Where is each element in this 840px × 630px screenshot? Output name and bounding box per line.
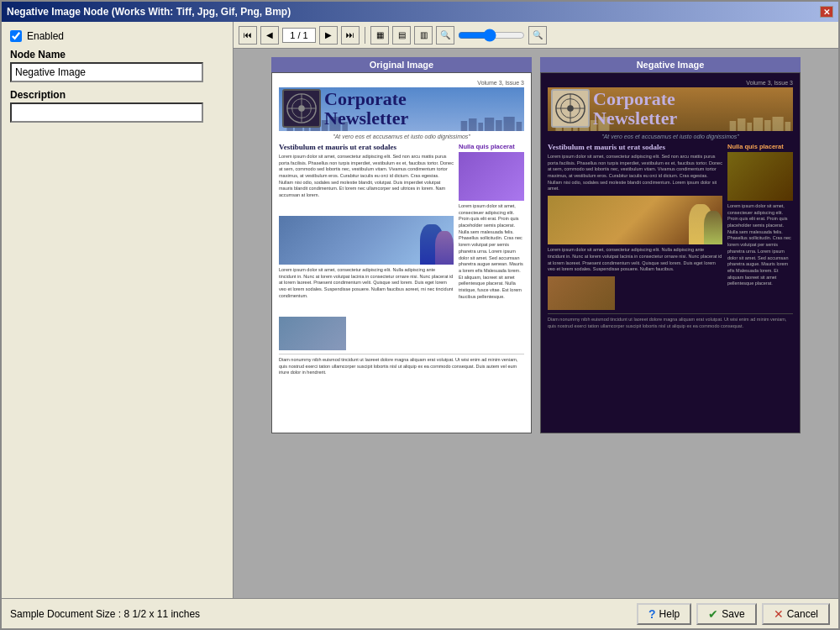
save-button[interactable]: ✔ Save [696, 603, 756, 625]
right-panel: ⏮ ◀ 1 / 1 ▶ ⏭ ▦ ▤ ▥ 🔍 🔍 Original Image [233, 22, 838, 598]
description-label: Description [10, 89, 224, 101]
nl-body-text-orig-2: Lorem ipsum dolor sit amet, consectetur … [279, 267, 454, 313]
status-bar: Sample Document Size : 8 1/2 x 11 inches… [2, 598, 838, 628]
svg-rect-10 [485, 118, 494, 131]
svg-rect-30 [773, 117, 784, 131]
last-page-button[interactable]: ⏭ [341, 26, 360, 45]
main-window: Negative Image Node (Works With: Tiff, J… [0, 0, 840, 630]
nl-side-text-neg: Lorem ipsum dolor sit amet, consecteuer … [727, 203, 793, 287]
node-name-label: Node Name [10, 49, 224, 60]
svg-rect-9 [478, 123, 483, 131]
left-panel: Enabled Node Name Description [2, 22, 233, 598]
nl-side-headline-neg: Nulla quis placerat [727, 143, 793, 150]
title-bar: Negative Image Node (Works With: Tiff, J… [2, 2, 838, 22]
close-button[interactable]: ✕ [820, 6, 833, 18]
svg-rect-8 [469, 118, 476, 131]
nl-body-text-orig-1: Lorem ipsum dolor sit amet, consectetur … [279, 154, 454, 213]
cancel-icon: ✕ [774, 607, 784, 621]
description-input[interactable] [10, 102, 203, 123]
preview-toolbar: ⏮ ◀ 1 / 1 ▶ ⏭ ▦ ▤ ▥ 🔍 🔍 [234, 22, 838, 49]
nl-main-orig: Vestibulum et mauris ut erat sodales Lor… [279, 143, 454, 350]
nl-issue-neg: Volume 3, Issue 3 [548, 80, 793, 86]
help-button[interactable]: ? Help [637, 603, 691, 625]
nl-body-text-neg-1: Lorem ipsum dolor sit amet, consectetur … [548, 154, 722, 192]
toolbar-separator-1 [365, 27, 365, 44]
svg-point-18 [298, 105, 305, 112]
first-page-button[interactable]: ⏮ [239, 26, 257, 45]
nl-headline-orig: Vestibulum et mauris ut erat sodales [279, 143, 454, 151]
nl-body-orig: Vestibulum et mauris ut erat sodales Lor… [279, 143, 524, 350]
prev-page-button[interactable]: ◀ [260, 26, 279, 45]
content-area: Enabled Node Name Description ⏮ ◀ 1 / 1 … [2, 22, 838, 598]
zoom-in-btn[interactable]: 🔍 [528, 26, 547, 45]
nl-subtitle-neg: "At vero eos et accusamus et iusto odio … [548, 134, 793, 139]
zoom-slider[interactable] [458, 29, 525, 41]
svg-rect-13 [517, 122, 522, 131]
negative-newsletter: Volume 3, Issue 3 [541, 73, 800, 433]
save-icon: ✔ [708, 607, 718, 621]
original-panel: Original Image Volume 3, Issue 3 [271, 57, 532, 590]
nl-main-neg: Vestibulum et mauris ut erat sodales Lor… [548, 143, 722, 310]
original-newsletter: Volume 3, Issue 3 [272, 73, 531, 433]
status-text: Sample Document Size : 8 1/2 x 11 inches [10, 608, 200, 620]
nl-subtitle-orig: "At vero eos et accusamus et iusto odio … [279, 134, 524, 139]
next-page-button[interactable]: ▶ [319, 26, 338, 45]
negative-panel-label: Negative Image [540, 57, 801, 72]
enabled-label: Enabled [27, 30, 64, 42]
enabled-checkbox[interactable] [10, 30, 22, 42]
nl-headline-neg: Vestibulum et mauris ut erat sodales [548, 143, 722, 151]
svg-point-36 [567, 105, 574, 112]
save-label: Save [722, 608, 744, 620]
nl-issue-orig: Volume 3, Issue 3 [279, 80, 524, 86]
svg-rect-28 [753, 118, 763, 131]
nl-side-orig: Nulla quis placerat Lorem ipsum dolor si… [459, 143, 524, 350]
negative-panel: Negative Image Volume 3, Issue 3 [540, 57, 801, 590]
enabled-row: Enabled [10, 30, 224, 42]
node-name-group: Node Name [10, 49, 224, 82]
svg-rect-11 [496, 120, 502, 131]
svg-rect-12 [504, 117, 515, 131]
page-display: 1 / 1 [282, 28, 316, 43]
original-page: Volume 3, Issue 3 [271, 72, 532, 433]
svg-rect-7 [461, 121, 468, 131]
nl-footer-orig: Diam nonummy nibh euismod tincidunt ut l… [279, 354, 524, 377]
svg-rect-25 [730, 121, 737, 131]
svg-rect-26 [738, 118, 745, 131]
svg-rect-31 [785, 122, 791, 131]
negative-page: Volume 3, Issue 3 [540, 72, 801, 433]
svg-rect-27 [747, 123, 752, 131]
help-icon: ? [648, 607, 656, 621]
button-group: ? Help ✔ Save ✕ Cancel [637, 603, 830, 625]
node-name-input[interactable] [10, 62, 203, 82]
nl-title-line2: Newsletter [324, 108, 408, 129]
nl-title-line1: Corporate [324, 88, 407, 109]
cancel-label: Cancel [787, 608, 818, 620]
preview-area: Original Image Volume 3, Issue 3 [234, 49, 838, 598]
nl-title-line1-neg: Corporate [593, 88, 675, 109]
help-label: Help [659, 608, 680, 620]
cancel-button[interactable]: ✕ Cancel [762, 603, 830, 625]
description-group: Description [10, 89, 224, 123]
nl-body-neg: Vestibulum et mauris ut erat sodales Lor… [548, 143, 793, 310]
view-btn-1[interactable]: ▦ [370, 26, 389, 45]
nl-side-headline-orig: Nulla quis placerat [459, 143, 524, 150]
nl-body-text-neg-2: Lorem ipsum dolor sit amet, consectetur … [548, 247, 722, 273]
nl-title-line2-neg: Newsletter [593, 108, 677, 129]
view-btn-2[interactable]: ▤ [392, 26, 411, 45]
nl-footer-neg: Diam nonummy nibh euismod tincidunt ut l… [548, 313, 793, 329]
window-title: Negative Image Node (Works With: Tiff, J… [7, 6, 291, 18]
svg-rect-29 [764, 120, 771, 131]
nl-side-neg: Nulla quis placerat Lorem ipsum dolor si… [727, 143, 793, 310]
nl-side-text-orig: Lorem ipsum dolor sit amet, consecteuer … [459, 203, 524, 321]
zoom-btn[interactable]: 🔍 [436, 26, 454, 45]
original-panel-label: Original Image [271, 57, 532, 72]
view-btn-3[interactable]: ▥ [414, 26, 433, 45]
